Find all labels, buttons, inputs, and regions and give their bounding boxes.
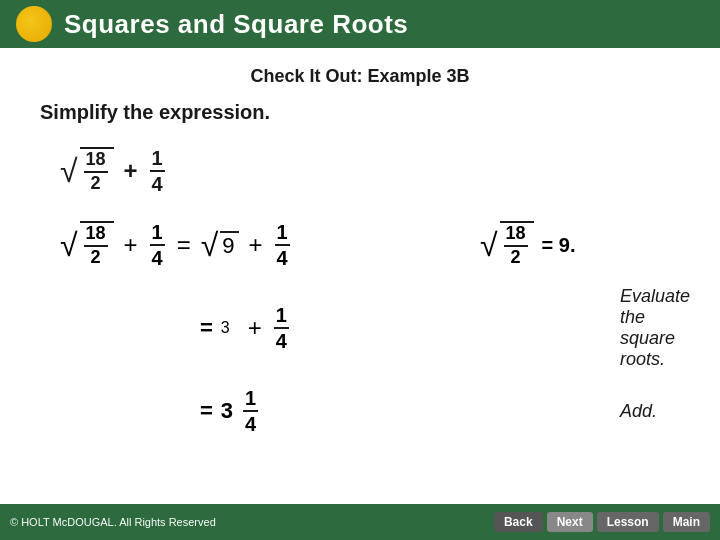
line2-note: √ 18 2 = 9. xyxy=(480,221,576,268)
equals-3: = xyxy=(200,315,213,341)
plus-sign-2: + xyxy=(124,231,138,259)
main-content: Check It Out: Example 3B Simplify the ex… xyxy=(0,48,720,462)
header-title: Squares and Square Roots xyxy=(64,9,408,40)
sqrt-symbol-note: √ xyxy=(480,229,498,261)
expression-line3-row: = 3 + 1 4 Evaluate the square roots. xyxy=(40,286,680,370)
denominator: 2 xyxy=(89,173,103,195)
denominator: 4 xyxy=(243,412,258,436)
denominator: 4 xyxy=(274,329,289,353)
sqrt-18-2: √ 18 2 xyxy=(60,147,114,194)
sqrt-content: 18 2 xyxy=(80,147,114,194)
numerator: 1 xyxy=(274,303,289,329)
fraction-18-2-b: 18 2 xyxy=(84,223,108,268)
footer: © HOLT McDOUGAL. All Rights Reserved Bac… xyxy=(0,504,720,540)
denominator: 4 xyxy=(150,246,165,270)
back-button[interactable]: Back xyxy=(494,512,543,532)
fraction-1-4: 1 4 xyxy=(150,146,165,196)
fraction-18-2-note: 18 2 xyxy=(504,223,528,268)
sqrt9-val: 9 xyxy=(222,233,234,259)
sqrt-content-9: 9 xyxy=(220,231,238,259)
expression-line3: = 3 + 1 4 xyxy=(200,303,580,353)
sqrt-symbol: √ xyxy=(60,155,78,187)
lesson-button[interactable]: Lesson xyxy=(597,512,659,532)
line4-note: Add. xyxy=(620,401,680,422)
sqrt-9: √ 9 xyxy=(201,229,239,261)
fraction-1-4-e: 1 4 xyxy=(243,386,258,436)
numerator: 1 xyxy=(150,146,165,172)
expression-line4-row: = 3 1 4 Add. xyxy=(40,386,680,436)
numerator: 18 xyxy=(504,223,528,247)
numerator: 1 xyxy=(150,220,165,246)
equals-2: = xyxy=(177,231,191,259)
expression-line4: = 3 1 4 xyxy=(200,386,580,436)
line3-note: Evaluate the square roots. xyxy=(620,286,690,370)
sqrt-symbol: √ xyxy=(60,229,78,261)
plus-sign: + xyxy=(124,157,138,185)
sqrt-18-2-b: √ 18 2 xyxy=(60,221,114,268)
header: Squares and Square Roots xyxy=(0,0,720,48)
numerator: 1 xyxy=(275,220,290,246)
copyright: © HOLT McDOUGAL. All Rights Reserved xyxy=(10,516,216,528)
val4: 3 xyxy=(221,398,233,424)
note-eq: = 9. xyxy=(542,234,576,257)
denominator: 4 xyxy=(150,172,165,196)
sqrt-symbol-9: √ xyxy=(201,229,219,261)
fraction-18-2: 18 2 xyxy=(84,149,108,194)
expression-line2: √ 18 2 + 1 4 = √ 9 + xyxy=(60,220,440,270)
footer-buttons: Back Next Lesson Main xyxy=(494,512,710,532)
denominator: 4 xyxy=(275,246,290,270)
expression-line2-row: √ 18 2 + 1 4 = √ 9 + xyxy=(40,220,680,270)
sqrt-content-note: 18 2 xyxy=(500,221,534,268)
fraction-1-4-b: 1 4 xyxy=(150,220,165,270)
val3: 3 xyxy=(221,319,230,337)
fraction-1-4-c: 1 4 xyxy=(275,220,290,270)
plus-sign-3: + xyxy=(249,231,263,259)
expression-line1: √ 18 2 + 1 4 xyxy=(60,146,680,196)
denominator: 2 xyxy=(89,247,103,269)
header-icon xyxy=(16,6,52,42)
sqrt-18-2-note: √ 18 2 xyxy=(480,221,534,268)
numerator: 18 xyxy=(84,223,108,247)
denominator: 2 xyxy=(509,247,523,269)
instruction: Simplify the expression. xyxy=(40,101,680,124)
subtitle: Check It Out: Example 3B xyxy=(40,66,680,87)
plus-sign-4: + xyxy=(248,314,262,342)
numerator: 1 xyxy=(243,386,258,412)
sqrt-content: 18 2 xyxy=(80,221,114,268)
main-button[interactable]: Main xyxy=(663,512,710,532)
next-button[interactable]: Next xyxy=(547,512,593,532)
numerator: 18 xyxy=(84,149,108,173)
equals-4: = xyxy=(200,398,213,424)
fraction-1-4-d: 1 4 xyxy=(274,303,289,353)
